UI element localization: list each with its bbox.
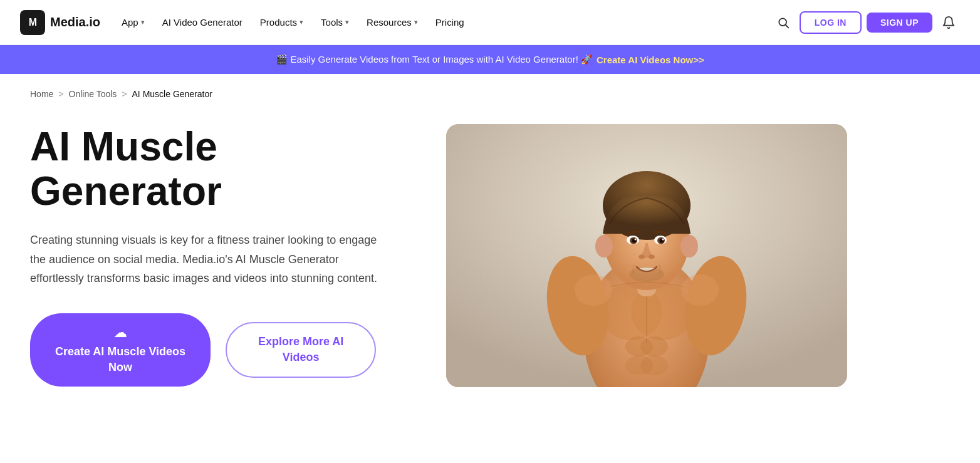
create-ai-muscle-videos-button[interactable]: ☁ Create AI Muscle Videos Now <box>30 313 211 387</box>
signup-button[interactable]: SIGN UP <box>867 13 932 33</box>
nav-products-label: Products <box>260 17 297 28</box>
hero-illustration <box>446 124 847 387</box>
promo-banner: 🎬 Easily Generate Videos from Text or Im… <box>0 45 980 74</box>
hero-left: AI Muscle Generator Creating stunning vi… <box>30 125 409 386</box>
svg-point-20 <box>635 239 637 241</box>
notifications-button[interactable] <box>937 11 960 34</box>
hero-image <box>446 124 847 387</box>
banner-text: 🎬 Easily Generate Videos from Text or Im… <box>276 54 593 65</box>
nav-pricing[interactable]: Pricing <box>429 13 471 31</box>
svg-point-26 <box>680 235 698 258</box>
hero-image-container <box>446 124 847 387</box>
nav-ai-video-generator[interactable]: AI Video Generator <box>156 13 249 31</box>
nav-products[interactable]: Products ▾ <box>254 13 310 31</box>
btn-secondary-text-line2: Videos <box>283 350 320 365</box>
hero-title: AI Muscle Generator <box>30 125 409 213</box>
btn-secondary-text-line1: Explore More AI <box>258 335 343 349</box>
nav-pricing-label: Pricing <box>435 17 464 28</box>
logo-name: Media.io <box>50 15 100 29</box>
banner-cta-link[interactable]: Create AI Videos Now>> <box>597 55 704 65</box>
svg-point-30 <box>681 274 719 306</box>
nav-tools-label: Tools <box>321 17 343 28</box>
nav-app[interactable]: App ▾ <box>115 13 151 31</box>
breadcrumb-home[interactable]: Home <box>30 89 53 99</box>
chevron-down-icon: ▾ <box>300 18 303 26</box>
nav-resources-label: Resources <box>367 17 412 28</box>
login-button[interactable]: LOG IN <box>800 11 862 34</box>
svg-point-21 <box>662 239 664 241</box>
btn-primary-text-line2: Now <box>108 360 132 375</box>
chevron-down-icon: ▾ <box>414 18 418 26</box>
svg-point-23 <box>649 255 655 259</box>
nav-tools[interactable]: Tools ▾ <box>315 13 355 31</box>
chevron-down-icon: ▾ <box>141 18 145 26</box>
svg-point-10 <box>640 355 668 375</box>
hero-section: AI Muscle Generator Creating stunning vi… <box>0 99 877 425</box>
breadcrumb-separator: > <box>122 89 127 99</box>
search-button[interactable] <box>772 11 795 34</box>
svg-point-29 <box>575 274 612 306</box>
cloud-icon: ☁ <box>114 325 127 341</box>
chevron-down-icon: ▾ <box>345 18 349 26</box>
hero-buttons: ☁ Create AI Muscle Videos Now Explore Mo… <box>30 313 409 387</box>
breadcrumb-current: AI Muscle Generator <box>132 89 212 99</box>
search-icon <box>777 16 790 29</box>
svg-line-1 <box>785 24 788 28</box>
hero-description: Creating stunning visuals is key for a f… <box>30 231 381 288</box>
svg-point-24 <box>629 267 664 282</box>
btn-primary-text-line1: Create AI Muscle Videos <box>55 345 185 359</box>
logo-icon: M <box>20 10 45 35</box>
nav-app-label: App <box>122 17 138 28</box>
bell-icon <box>942 16 956 29</box>
nav-resources[interactable]: Resources ▾ <box>360 13 424 31</box>
breadcrumb-separator: > <box>58 89 63 99</box>
explore-more-ai-videos-button[interactable]: Explore More AI Videos <box>226 322 376 378</box>
svg-point-22 <box>639 255 645 259</box>
svg-point-8 <box>640 336 668 356</box>
breadcrumb-online-tools[interactable]: Online Tools <box>69 89 117 99</box>
logo[interactable]: M Media.io <box>20 10 100 35</box>
navbar: M Media.io App ▾ AI Video Generator Prod… <box>0 0 980 45</box>
nav-ai-video-label: AI Video Generator <box>162 17 242 28</box>
svg-point-25 <box>595 235 613 258</box>
breadcrumb: Home > Online Tools > AI Muscle Generato… <box>0 74 980 99</box>
